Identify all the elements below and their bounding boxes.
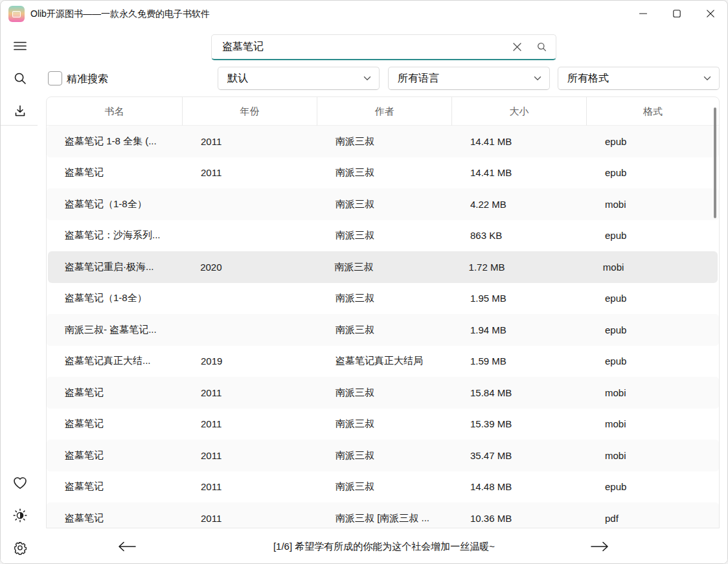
cell-format: epub (587, 324, 719, 335)
close-x-icon (513, 43, 521, 51)
chevron-down-icon (534, 76, 541, 81)
column-header-title[interactable]: 书名 (47, 97, 183, 126)
cell-author: 南派三叔 (317, 166, 452, 179)
cell-format: mobi (587, 387, 719, 398)
table-row[interactable]: 盗墓笔记：沙海系列... 南派三叔 863 KB epub (47, 220, 719, 252)
cell-size: 1.94 MB (452, 324, 587, 335)
search-value: 盗墓笔记 (222, 40, 506, 54)
cell-title: 盗墓笔记（1-8全） (47, 292, 183, 304)
cell-year: 2011 (183, 513, 317, 524)
search-input[interactable]: 盗墓笔记 (211, 34, 556, 60)
nav-favorites-button[interactable] (6, 471, 34, 495)
cell-author: 南派三叔 (317, 135, 452, 148)
table-row[interactable]: 盗墓笔记 1-8 全集 (... 2011 南派三叔 14.41 MB epub (47, 126, 719, 157)
magnifier-icon (537, 42, 547, 52)
table-row[interactable]: 盗墓笔记 2011 南派三叔 [南派三叔 ... 10.36 MB pdf (47, 502, 719, 528)
format-dropdown[interactable]: 所有格式 (558, 67, 720, 90)
window-title: Olib开源图书——一款永久免费的电子书软件 (30, 8, 210, 20)
table-row[interactable]: 盗墓笔记（1-8全） 南派三叔 4.22 MB mobi (47, 188, 719, 220)
table-row[interactable]: 盗墓笔记 2011 南派三叔 15.39 MB mobi (47, 409, 719, 440)
theme-brightness-icon (13, 508, 27, 523)
app-logo-glyph (12, 11, 21, 17)
table-row[interactable]: 盗墓笔记重启·极海... 2020 南派三叔 1.72 MB mobi (48, 251, 718, 283)
results-table: 书名 年份 作者 大小 格式 盗墓笔记 1-8 全集 (... 2011 南派三… (46, 96, 720, 528)
cell-author: 南派三叔 (317, 480, 452, 493)
sidebar (1, 27, 40, 564)
table-row[interactable]: 盗墓笔记真正大结... 2019 盗墓笔记真正大结局 1.59 MB epub (47, 346, 719, 378)
cell-author: 南派三叔 (317, 324, 452, 336)
cell-size: 4.22 MB (452, 199, 587, 210)
cell-format: epub (587, 136, 719, 147)
cell-size: 1.95 MB (452, 293, 587, 304)
nav-settings-button[interactable] (6, 536, 34, 560)
cell-title: 盗墓笔记 (47, 418, 183, 430)
cell-format: epub (587, 293, 719, 304)
cell-size: 1.72 MB (452, 262, 586, 273)
cell-size: 14.41 MB (452, 136, 587, 147)
app-window: Olib开源图书——一款永久免费的电子书软件 (0, 0, 728, 564)
cell-year: 2011 (183, 481, 317, 492)
next-page-button[interactable] (587, 536, 613, 557)
nav-menu-button[interactable] (6, 34, 34, 58)
maximize-button[interactable] (660, 1, 694, 27)
cell-format: epub (587, 230, 719, 241)
cell-year: 2019 (183, 355, 317, 367)
arrow-right-icon (590, 541, 609, 552)
cell-author: 南派三叔 (317, 198, 452, 210)
column-header-year[interactable]: 年份 (183, 97, 317, 126)
cell-format: epub (587, 167, 719, 178)
search-icon (14, 72, 27, 85)
menu-icon (14, 41, 27, 51)
column-header-author[interactable]: 作者 (317, 97, 452, 126)
sort-dropdown-value: 默认 (227, 72, 248, 85)
window-controls (626, 1, 727, 27)
table-row[interactable]: 南派三叔- 盗墓笔记... 南派三叔 1.94 MB epub (47, 314, 719, 346)
cell-author: 南派三叔 (317, 418, 452, 430)
table-row[interactable]: 盗墓笔记 2011 南派三叔 35.47 MB mobi (47, 440, 719, 471)
heart-icon (13, 477, 27, 490)
cell-format: epub (587, 481, 719, 492)
cell-year: 2011 (183, 167, 317, 178)
minimize-button[interactable] (626, 1, 660, 27)
sort-dropdown[interactable]: 默认 (218, 67, 380, 90)
cell-title: 盗墓笔记 (47, 166, 183, 179)
table-body: 盗墓笔记 1-8 全集 (... 2011 南派三叔 14.41 MB epub… (47, 126, 719, 528)
cell-size: 863 KB (452, 230, 587, 241)
cell-size: 15.84 MB (452, 387, 587, 398)
cell-author: 南派三叔 (317, 261, 451, 273)
cell-size: 14.48 MB (452, 481, 587, 492)
nav-theme-button[interactable] (6, 503, 34, 528)
nav-downloads-button[interactable] (6, 98, 34, 123)
language-dropdown[interactable]: 所有语言 (388, 67, 550, 90)
table-header: 书名 年份 作者 大小 格式 (47, 97, 719, 126)
cell-title: 盗墓笔记 (47, 387, 183, 399)
close-icon (707, 10, 714, 17)
cell-title: 盗墓笔记：沙海系列... (47, 229, 183, 242)
cell-size: 1.59 MB (452, 355, 587, 367)
cell-size: 15.39 MB (452, 418, 587, 429)
cell-format: mobi (586, 262, 718, 273)
vertical-scrollbar[interactable] (714, 107, 716, 218)
cell-title: 盗墓笔记 1-8 全集 (... (47, 135, 183, 148)
cell-format: mobi (587, 418, 719, 429)
column-header-size[interactable]: 大小 (452, 97, 587, 126)
sidebar-divider (1, 125, 38, 126)
exact-search-checkbox[interactable] (48, 71, 62, 85)
table-row[interactable]: 盗墓笔记（1-8全） 南派三叔 1.95 MB epub (47, 283, 719, 315)
chevron-down-icon (363, 76, 371, 81)
cell-year: 2020 (183, 262, 317, 273)
cell-year: 2011 (183, 450, 317, 461)
table-row[interactable]: 盗墓笔记 2011 南派三叔 14.41 MB epub (47, 157, 719, 189)
cell-author: 南派三叔 (317, 229, 452, 242)
table-row[interactable]: 盗墓笔记 2011 南派三叔 14.48 MB epub (47, 471, 719, 503)
column-header-format[interactable]: 格式 (587, 97, 719, 126)
cell-title: 盗墓笔记重启·极海... (48, 261, 183, 273)
clear-search-button[interactable] (506, 38, 527, 57)
app-logo-icon (8, 6, 25, 22)
table-row[interactable]: 盗墓笔记 2011 南派三叔 15.84 MB mobi (47, 377, 719, 409)
close-button[interactable] (694, 1, 727, 27)
cell-size: 14.41 MB (452, 167, 587, 178)
nav-search-button[interactable] (6, 66, 34, 91)
search-submit-button[interactable] (531, 38, 552, 57)
cell-author: 盗墓笔记真正大结局 (317, 355, 452, 367)
